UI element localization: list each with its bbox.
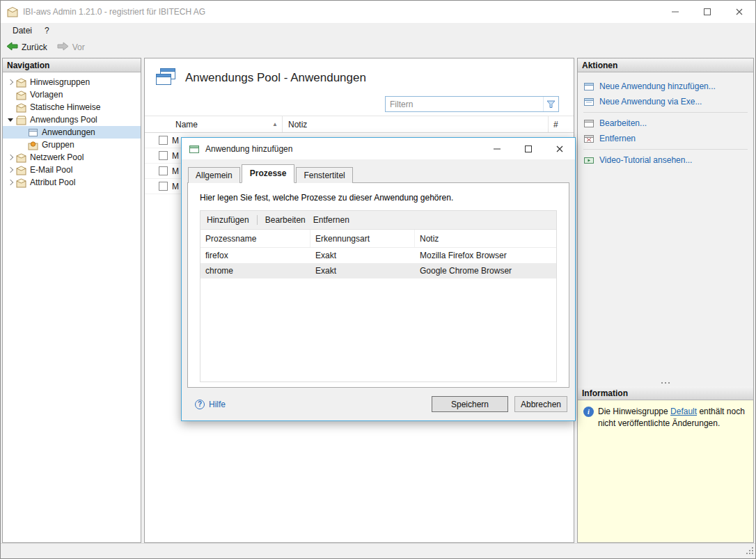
actions-header: Aktionen [578, 58, 753, 72]
action-link-label: Entfernen [599, 134, 636, 143]
box-icon [16, 102, 26, 113]
filter-funnel-icon[interactable] [543, 97, 558, 111]
close-button[interactable] [723, 1, 755, 23]
forward-button[interactable]: Vor [57, 42, 85, 53]
information-body: i Die Hinweisgruppe Default enthält noch… [578, 400, 753, 542]
tree-item-hinweisgruppen[interactable]: Hinweisgruppen [3, 76, 141, 88]
cell-notiz: Google Chrome Browser [415, 263, 556, 278]
dialog-minimize-button[interactable] [481, 138, 512, 159]
cell-prozessname: firefox [200, 248, 310, 263]
help-link[interactable]: ? Hilfe [195, 400, 226, 409]
tree-item-label: Vorlagen [30, 90, 63, 100]
default-group-link[interactable]: Default [670, 407, 697, 416]
row-checkbox[interactable] [159, 182, 168, 191]
chevron-spacer [5, 102, 16, 113]
action-edit[interactable]: Bearbeiten... [578, 116, 753, 131]
cell-erkennungsart: Exakt [310, 263, 415, 278]
tree-item-gruppen[interactable]: Gruppen [3, 139, 141, 151]
column-name[interactable]: Name ▲ [175, 116, 283, 132]
row-checkbox[interactable] [159, 166, 168, 175]
process-row-firefox[interactable]: firefox Exakt Mozilla Firefox Browser [200, 248, 556, 263]
minimize-button[interactable] [659, 1, 691, 23]
process-table-header: Prozessname Erkennungsart Notiz [200, 230, 556, 248]
forward-arrow-icon [57, 42, 69, 53]
tree-item-label: Anwendungs Pool [30, 115, 97, 125]
cancel-button[interactable]: Abbrechen [514, 396, 567, 412]
tree-item-anwendungs-pool[interactable]: Anwendungs Pool [3, 113, 141, 126]
tab-prozesse[interactable]: Prozesse [242, 164, 295, 183]
tree-item-email-pool[interactable]: E-Mail Pool [3, 164, 141, 176]
back-button[interactable]: Zurück [6, 42, 47, 53]
help-label: Hilfe [209, 400, 226, 409]
filter-row [145, 95, 574, 116]
action-video-tutorial[interactable]: Video-Tutorial ansehen... [578, 152, 753, 168]
tree-item-label: Hinweisgruppen [30, 77, 90, 87]
process-row-chrome[interactable]: chrome Exakt Google Chrome Browser [200, 263, 556, 278]
box-icon [16, 90, 26, 100]
tree-item-netzwerk-pool[interactable]: Netzwerk Pool [3, 151, 141, 164]
toolbar-separator [257, 215, 258, 225]
process-add-button[interactable]: Hinzufügen [207, 215, 249, 225]
box-icon [16, 178, 26, 188]
tab-page-prozesse: Hier legen Sie fest, welche Prozesse zu … [187, 182, 569, 388]
navigation-panel: Navigation Hinweisgruppen Vorlagen Stati… [2, 58, 141, 543]
row-checkbox[interactable] [159, 151, 168, 160]
app-window: IBI-aws Admin 1.21.0 - registriert für I… [0, 0, 756, 559]
row-name: M [172, 166, 179, 176]
panel-splitter[interactable] [578, 379, 753, 386]
column-prozessname[interactable]: Prozessname [200, 230, 310, 247]
column-notiz[interactable]: Notiz [415, 230, 556, 247]
dialog-maximize-button[interactable] [512, 138, 544, 159]
tree-item-anwendungen[interactable]: Anwendungen [3, 126, 141, 139]
navigation-header: Navigation [3, 58, 141, 72]
page-title: Anwendungs Pool - Anwendungen [185, 71, 366, 85]
column-label: Prozessname [205, 234, 256, 244]
divider [583, 149, 748, 150]
column-count-label: # [553, 120, 558, 129]
column-count[interactable]: # [549, 120, 574, 129]
filter-input[interactable] [386, 97, 543, 111]
dialog-controls [481, 138, 575, 159]
actions-links: Neue Anwendung hinzufügen... Neue Anwend… [578, 72, 753, 171]
tab-description: Hier legen Sie fest, welche Prozesse zu … [188, 183, 569, 210]
process-remove-button[interactable]: Entfernen [313, 215, 349, 225]
row-name: M [172, 182, 179, 191]
information-text: Die Hinweisgruppe Default enthält noch n… [598, 406, 748, 430]
cell-notiz: Mozilla Firefox Browser [415, 248, 556, 263]
menu-datei[interactable]: Datei [6, 24, 38, 37]
resize-grip-icon[interactable] [745, 546, 754, 557]
info-icon: i [583, 407, 594, 417]
sort-asc-icon: ▲ [272, 121, 278, 127]
action-delete[interactable]: Entfernen [578, 131, 753, 146]
column-notiz[interactable]: Notiz [283, 116, 549, 132]
group-box-icon [28, 140, 38, 150]
action-new-application[interactable]: Neue Anwendung hinzufügen... [578, 79, 753, 94]
tree-item-statische-hinweise[interactable]: Statische Hinweise [3, 101, 141, 113]
row-checkbox[interactable] [159, 136, 168, 145]
save-button[interactable]: Speichern [432, 396, 508, 412]
chevron-right-icon[interactable] [5, 164, 16, 175]
chevron-down-icon[interactable] [5, 114, 16, 125]
tree-item-attribut-pool[interactable]: Attribut Pool [3, 176, 141, 189]
tab-fenstertitel[interactable]: Fenstertitel [296, 167, 352, 183]
dialog-close-button[interactable] [544, 138, 575, 159]
chevron-right-icon[interactable] [5, 77, 16, 88]
tree-item-label: Gruppen [42, 140, 74, 150]
new-window-icon [583, 81, 594, 91]
column-label: Notiz [420, 234, 439, 244]
column-label: Erkennungsart [315, 234, 370, 244]
nav-toolbar: Zurück Vor [1, 38, 755, 56]
chevron-right-icon[interactable] [5, 177, 16, 188]
applications-icon [155, 68, 176, 88]
menu-help[interactable]: ? [38, 24, 56, 37]
tree-item-label: Netzwerk Pool [30, 152, 84, 162]
tree-item-label: Attribut Pool [30, 178, 75, 187]
chevron-right-icon[interactable] [5, 152, 16, 163]
maximize-button[interactable] [691, 1, 723, 23]
process-edit-button[interactable]: Bearbeiten [265, 215, 306, 225]
tab-allgemein[interactable]: Allgemein [188, 167, 240, 183]
action-new-application-via-exe[interactable]: Neue Anwendung via Exe... [578, 94, 753, 109]
action-link-label: Video-Tutorial ansehen... [599, 155, 692, 165]
tree-item-vorlagen[interactable]: Vorlagen [3, 88, 141, 101]
column-erkennungsart[interactable]: Erkennungsart [310, 230, 415, 247]
